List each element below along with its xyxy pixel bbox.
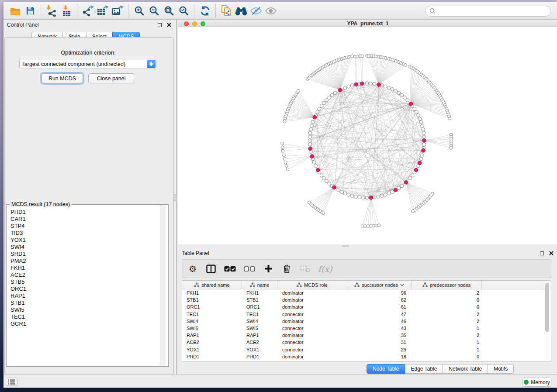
table-row[interactable]: RAP1RAP1dominator352	[182, 332, 551, 339]
mcds-result-item[interactable]: TEC1	[10, 313, 163, 320]
table-row[interactable]: FKH1FKH1dominator962	[182, 289, 551, 296]
search-input[interactable]	[436, 8, 550, 15]
mcds-result-item[interactable]: CAR1	[10, 216, 163, 223]
mcds-result-item[interactable]: GCR1	[10, 320, 163, 327]
mcds-result-item[interactable]: STP4	[10, 223, 163, 230]
close-panel-icon[interactable]	[549, 251, 554, 255]
table-row[interactable]: SWI5SWI5connector431	[182, 325, 551, 332]
clear-selection-icon[interactable]	[244, 262, 255, 275]
table-row[interactable]: ORC1ORC1dominator610	[182, 303, 551, 310]
control-panel-title: Control Panel	[7, 22, 39, 28]
table-cell: dominator	[277, 296, 347, 303]
mcds-result-item[interactable]: RAP1	[10, 292, 163, 299]
mcds-result-item[interactable]: SWI4	[10, 244, 163, 251]
import-table-icon[interactable]	[59, 4, 74, 18]
binoculars-icon[interactable]	[234, 4, 249, 18]
table-cell: 2	[412, 289, 482, 296]
close-panel-icon[interactable]	[167, 23, 171, 27]
mcds-result-item[interactable]: SRD1	[10, 251, 163, 258]
criterion-value: largest connected component (undirected)	[23, 61, 125, 67]
add-icon[interactable]	[263, 262, 273, 275]
tab-node-table[interactable]: Node Table	[367, 364, 405, 374]
table-scrollbar[interactable]	[544, 282, 550, 361]
table-cell: SWI4	[242, 318, 277, 325]
mcds-result-item[interactable]: PHD1	[10, 209, 163, 216]
column-header-MCDS-role[interactable]: MCDS role	[277, 281, 347, 289]
save-session-icon[interactable]	[23, 4, 38, 18]
tab-edge-table[interactable]: Edge Table	[405, 364, 443, 374]
zoom-in-icon[interactable]	[131, 4, 146, 18]
close-panel-button[interactable]: Close panel	[88, 73, 134, 83]
float-panel-icon[interactable]	[540, 251, 544, 255]
application-window: Control Panel NetworkStyleSelectMCDS Opt…	[3, 2, 557, 388]
mcds-result-item[interactable]: ORC1	[10, 285, 163, 292]
column-header-successor-nodes[interactable]: successor nodes	[347, 281, 412, 289]
export-table-icon[interactable]	[95, 4, 110, 18]
mcds-result-item[interactable]: TID3	[10, 230, 163, 237]
mcds-result-item[interactable]: ACE2	[10, 272, 163, 279]
table-cell: dominator	[277, 303, 347, 310]
mcds-result-item[interactable]: SWI5	[10, 306, 163, 313]
mcds-result-item[interactable]: STB5	[10, 279, 163, 285]
table-row[interactable]: ACE2ACE2connector311	[182, 339, 551, 346]
import-network-icon[interactable]	[44, 4, 59, 18]
table-cell: TEC1	[182, 311, 242, 318]
tab-motifs[interactable]: Motifs	[488, 364, 514, 374]
open-session-icon[interactable]	[8, 4, 23, 18]
criterion-dropdown[interactable]: largest connected component (undirected)	[19, 59, 156, 69]
mcds-result-item[interactable]: PMA2	[10, 258, 163, 265]
table-cell: YOX1	[242, 346, 277, 353]
table-row[interactable]: TEC1TEC1connector472	[182, 311, 551, 318]
network-window-title: YPA_prune.txt_1	[178, 21, 557, 27]
node-table-body: FKH1FKH1dominator962STB1STB1dominator620…	[182, 289, 551, 360]
mcds-result-scrollbar[interactable]	[160, 205, 166, 366]
mcds-result-item[interactable]: STB1	[10, 299, 163, 306]
hide-selected-icon[interactable]	[249, 4, 263, 18]
table-scrollbar-thumb[interactable]	[545, 283, 549, 332]
column-header-shared-name[interactable]: shared name	[182, 281, 242, 289]
node-table-header: shared namenameMCDS rolesuccessor nodesp…	[182, 281, 551, 289]
float-panel-icon[interactable]	[158, 23, 162, 27]
copy-network-icon[interactable]	[219, 4, 234, 18]
zoom-out-icon[interactable]	[146, 4, 161, 18]
table-cell: ORC1	[242, 303, 277, 310]
refresh-icon[interactable]	[197, 4, 212, 18]
export-image-icon[interactable]	[110, 4, 125, 18]
toolbar-separator	[215, 4, 216, 17]
table-cell: 0	[412, 296, 482, 303]
column-header-predecessor-nodes[interactable]: predecessor nodes	[412, 281, 482, 289]
table-panel-tabs: Node TableEdge TableNetwork TableMotifs	[367, 364, 514, 374]
run-mcds-button[interactable]: Run MCDS	[42, 73, 83, 83]
mcds-result-item[interactable]: FKH1	[10, 265, 163, 272]
show-all-icon[interactable]	[263, 4, 278, 18]
tab-network-table[interactable]: Network Table	[443, 364, 488, 374]
zoom-selected-icon[interactable]	[176, 4, 191, 18]
vertical-splitter-handle[interactable]	[174, 194, 177, 201]
table-row[interactable]: STB1STB1dominator620	[182, 296, 551, 303]
memory-label: Memory	[531, 379, 550, 385]
network-graph	[178, 27, 557, 244]
table-row[interactable]: PHD1PHD1dominator180	[182, 353, 551, 360]
table-row[interactable]: SWI4SWI4dominator462	[182, 318, 551, 325]
toolbar-separator	[194, 4, 194, 17]
select-all-icon[interactable]	[224, 262, 236, 275]
task-history-button[interactable]	[6, 378, 17, 386]
table-row[interactable]: YOX1YOX1connector291	[182, 346, 551, 353]
delete-table-icon[interactable]	[300, 262, 310, 275]
mcds-result-item[interactable]: YOX1	[10, 237, 163, 244]
memory-button[interactable]: Memory	[522, 378, 551, 387]
table-cell: 29	[347, 346, 412, 353]
split-pane-icon[interactable]	[206, 262, 216, 275]
network-window-titlebar[interactable]: YPA_prune.txt_1	[178, 20, 557, 27]
export-network-icon[interactable]	[80, 4, 95, 18]
mcds-result-list[interactable]: PHD1CAR1STP4TID3YOX1SWI4SRD1PMA2FKH1ACE2…	[7, 206, 163, 364]
network-canvas[interactable]	[178, 27, 557, 244]
table-cell: 43	[347, 325, 412, 332]
search-field[interactable]	[425, 6, 551, 17]
horizontal-splitter-handle[interactable]	[343, 245, 349, 247]
table-cell: 0	[412, 303, 482, 310]
gear-icon[interactable]: ⚙	[187, 262, 198, 275]
zoom-fit-icon[interactable]	[161, 4, 176, 18]
column-header-name[interactable]: name	[242, 281, 277, 289]
trash-icon[interactable]	[281, 262, 292, 275]
